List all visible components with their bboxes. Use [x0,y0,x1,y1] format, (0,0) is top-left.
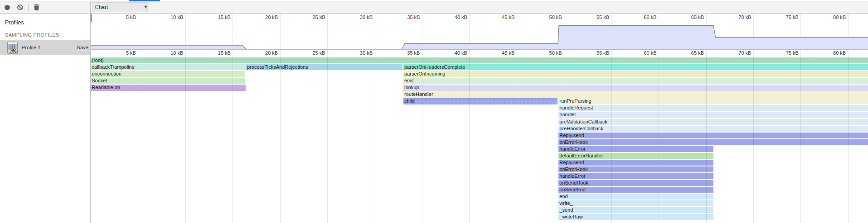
svg-text:%: % [12,48,16,53]
